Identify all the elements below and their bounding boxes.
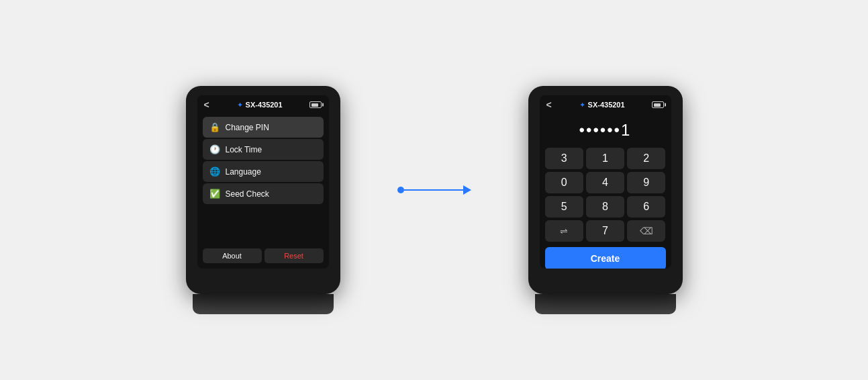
- bluetooth-icon-2: ✦: [579, 101, 585, 109]
- num-btn-1[interactable]: 1: [586, 148, 624, 169]
- menu-list: 🔒 Change PIN 🕐 Lock Time 🌐 Language ✅ Se…: [197, 114, 329, 246]
- arrow-head: [463, 185, 471, 195]
- shuffle-btn[interactable]: ⇌: [545, 220, 583, 242]
- arrow-dot: [397, 187, 404, 193]
- lock-time-label: Lock Time: [226, 145, 262, 154]
- header-bar-1: < ✦ SX-435201: [197, 95, 329, 114]
- arrow-line: [397, 185, 471, 195]
- bluetooth-icon-1: ✦: [237, 101, 243, 109]
- num-btn-3[interactable]: 3: [545, 148, 583, 169]
- num-btn-2[interactable]: 2: [627, 148, 665, 169]
- header-bar-2: < ✦ SX-435201: [540, 95, 671, 114]
- num-btn-9[interactable]: 9: [627, 172, 665, 193]
- seed-check-label: Seed Check: [226, 189, 269, 199]
- menu-item-lock-time[interactable]: 🕐 Lock Time: [203, 139, 324, 160]
- arrow-shaft: [404, 189, 463, 191]
- create-btn-row: Create: [540, 244, 671, 269]
- num-btn-0[interactable]: 0: [545, 172, 583, 193]
- arrow-container: [394, 185, 475, 195]
- change-pin-label: Change PIN: [226, 123, 269, 132]
- num-btn-4[interactable]: 4: [586, 172, 624, 193]
- device-2: < ✦ SX-435201 ••••••1 3 1 2 0 4: [528, 86, 683, 294]
- device-name-1: SX-435201: [246, 101, 283, 109]
- backspace-btn[interactable]: ⌫: [627, 220, 665, 242]
- header-center-1: ✦ SX-435201: [237, 101, 283, 109]
- scene: < ✦ SX-435201 🔒 Change PIN 🕐: [0, 0, 868, 380]
- globe-icon: 🌐: [209, 167, 220, 177]
- language-label: Language: [226, 167, 261, 177]
- create-button[interactable]: Create: [545, 247, 666, 269]
- check-icon: ✅: [209, 189, 220, 199]
- menu-item-change-pin[interactable]: 🔒 Change PIN: [203, 117, 324, 138]
- battery-body-1: [309, 101, 322, 108]
- battery-fill-2: [654, 103, 661, 107]
- clock-icon: 🕐: [209, 144, 220, 154]
- back-button-2[interactable]: <: [546, 99, 552, 110]
- back-button-1[interactable]: <: [204, 99, 209, 110]
- num-btn-7[interactable]: 7: [586, 220, 624, 242]
- menu-footer: About Reset: [197, 246, 329, 269]
- num-btn-6[interactable]: 6: [627, 196, 665, 218]
- numpad: 3 1 2 0 4 9 5 8 6 ⇌ 7 ⌫: [540, 145, 671, 244]
- menu-item-language[interactable]: 🌐 Language: [203, 161, 324, 182]
- screen-2: < ✦ SX-435201 ••••••1 3 1 2 0 4: [540, 95, 671, 269]
- battery-icon-2: [652, 101, 664, 108]
- battery-icon-1: [309, 101, 322, 108]
- num-btn-5[interactable]: 5: [545, 196, 583, 218]
- device-1: < ✦ SX-435201 🔒 Change PIN 🕐: [186, 86, 340, 294]
- num-btn-8[interactable]: 8: [586, 196, 624, 218]
- pin-display: ••••••1: [540, 114, 671, 145]
- battery-fill-1: [311, 103, 318, 107]
- device-name-2: SX-435201: [588, 101, 625, 109]
- lock-icon: 🔒: [209, 122, 220, 132]
- screen-1: < ✦ SX-435201 🔒 Change PIN 🕐: [197, 95, 329, 269]
- menu-item-seed-check[interactable]: ✅ Seed Check: [203, 183, 324, 204]
- reset-button[interactable]: Reset: [264, 248, 324, 263]
- battery-body-2: [652, 101, 664, 108]
- about-button[interactable]: About: [203, 248, 262, 263]
- header-center-2: ✦ SX-435201: [579, 101, 625, 109]
